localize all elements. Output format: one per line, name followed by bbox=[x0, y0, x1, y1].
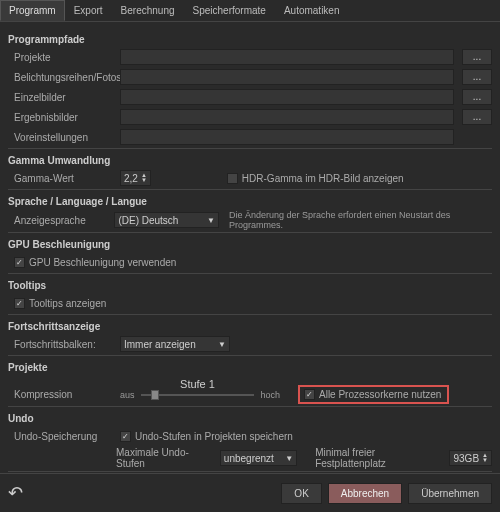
path-einzel-input[interactable] bbox=[120, 89, 454, 105]
cancel-button[interactable]: Abbrechen bbox=[328, 483, 402, 504]
label-gpu: GPU Beschleunigung verwenden bbox=[29, 257, 176, 268]
tab-automatiken[interactable]: Automatiken bbox=[275, 0, 349, 21]
section-tooltips-title: Tooltips bbox=[8, 280, 492, 291]
checkbox-hdr-gamma[interactable] bbox=[227, 173, 238, 184]
slider-thumb[interactable] bbox=[151, 390, 159, 400]
path-projekte-input[interactable] bbox=[120, 49, 454, 65]
chevron-down-icon: ▼ bbox=[207, 216, 215, 225]
label-undo-speicher: Undo-Speicherung bbox=[8, 431, 120, 442]
label-hdr-gamma: HDR-Gamma im HDR-Bild anzeigen bbox=[242, 173, 404, 184]
chevron-down-icon: ▼ bbox=[218, 340, 226, 349]
checkbox-all-cores[interactable] bbox=[304, 389, 315, 400]
tab-speicherformate[interactable]: Speicherformate bbox=[184, 0, 275, 21]
select-progress[interactable]: Immer anzeigen▼ bbox=[120, 336, 230, 352]
section-projekte-title: Projekte bbox=[8, 362, 492, 373]
label-min-disk: Minimal freier Festplattenplatz bbox=[315, 447, 443, 469]
undo-icon[interactable]: ↶ bbox=[8, 482, 23, 504]
slider-max-label: hoch bbox=[260, 390, 280, 400]
section-lang-title: Sprache / Language / Langue bbox=[8, 196, 492, 207]
browse-einzel[interactable]: ... bbox=[462, 89, 492, 105]
label-kompression: Kompression bbox=[8, 389, 120, 400]
disk-spinner[interactable]: 93GB▲▼ bbox=[449, 450, 492, 466]
checkbox-undo-save[interactable] bbox=[120, 431, 131, 442]
ok-button[interactable]: OK bbox=[281, 483, 321, 504]
settings-panel: Programmpfade Projekte... Belichtungsrei… bbox=[0, 22, 500, 512]
cpu-highlight-box: Alle Prozessorkerne nutzen bbox=[298, 385, 449, 404]
label-vorein: Voreinstellungen bbox=[8, 132, 120, 143]
lang-restart-note: Die Änderung der Sprache erfordert einen… bbox=[229, 210, 492, 230]
spinner-arrows-icon[interactable]: ▲▼ bbox=[482, 453, 488, 463]
spinner-arrows-icon[interactable]: ▲▼ bbox=[141, 173, 147, 183]
chevron-down-icon: ▼ bbox=[285, 454, 293, 463]
apply-button[interactable]: Übernehmen bbox=[408, 483, 492, 504]
footer-bar: ↶ OK Abbrechen Übernehmen bbox=[0, 473, 500, 512]
section-undo-title: Undo bbox=[8, 413, 492, 424]
label-projekte: Projekte bbox=[8, 52, 120, 63]
select-max-undo[interactable]: unbegrenzt▼ bbox=[220, 450, 297, 466]
tab-programm[interactable]: Programm bbox=[0, 0, 65, 21]
checkbox-tooltips[interactable] bbox=[14, 298, 25, 309]
select-language[interactable]: (DE) Deutsch▼ bbox=[114, 212, 219, 228]
tab-berechnung[interactable]: Berechnung bbox=[112, 0, 184, 21]
slider-min-label: aus bbox=[120, 390, 135, 400]
section-gpu-title: GPU Beschleunigung bbox=[8, 239, 492, 250]
section-paths-title: Programmpfade bbox=[8, 34, 492, 45]
gamma-spinner[interactable]: 2,2▲▼ bbox=[120, 170, 151, 186]
tab-export[interactable]: Export bbox=[65, 0, 112, 21]
label-all-cores: Alle Prozessorkerne nutzen bbox=[319, 389, 441, 400]
path-ergebnis-input[interactable] bbox=[120, 109, 454, 125]
label-ergebnis: Ergebnisbilder bbox=[8, 112, 120, 123]
label-undo-save: Undo-Stufen in Projekten speichern bbox=[135, 431, 293, 442]
browse-ergebnis[interactable]: ... bbox=[462, 109, 492, 125]
path-belicht-input[interactable] bbox=[120, 69, 454, 85]
label-lang: Anzeigesprache bbox=[8, 215, 114, 226]
label-gamma-wert: Gamma-Wert bbox=[8, 173, 120, 184]
section-progress-title: Fortschrittsanzeige bbox=[8, 321, 492, 332]
slider-value-label: Stufe 1 bbox=[180, 378, 215, 390]
section-gamma-title: Gamma Umwandlung bbox=[8, 155, 492, 166]
label-belicht: Belichtungsreihen/Fotoserien bbox=[8, 72, 120, 83]
compression-slider[interactable]: Stufe 1 bbox=[141, 394, 255, 396]
checkbox-gpu[interactable] bbox=[14, 257, 25, 268]
label-progress: Fortschrittsbalken: bbox=[8, 339, 120, 350]
label-max-undo: Maximale Undo-Stufen bbox=[116, 447, 214, 469]
label-einzel: Einzelbilder bbox=[8, 92, 120, 103]
path-vorein-input[interactable] bbox=[120, 129, 454, 145]
browse-belicht[interactable]: ... bbox=[462, 69, 492, 85]
browse-projekte[interactable]: ... bbox=[462, 49, 492, 65]
tab-bar: Programm Export Berechnung Speicherforma… bbox=[0, 0, 500, 22]
label-tooltips: Tooltips anzeigen bbox=[29, 298, 106, 309]
